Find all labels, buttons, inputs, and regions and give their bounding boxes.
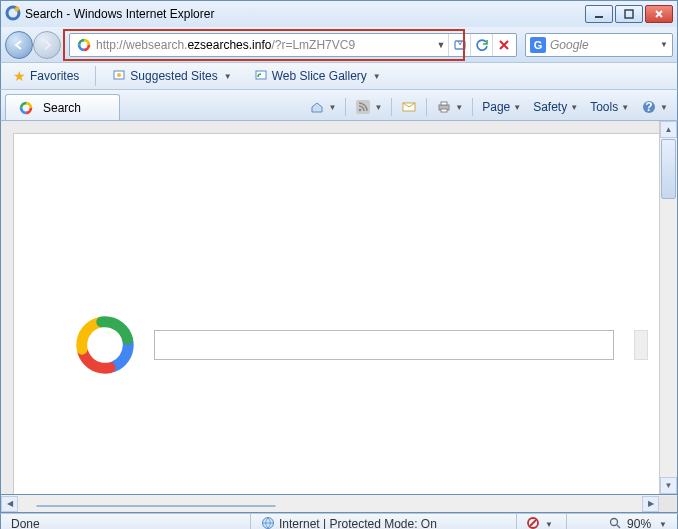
zoom-control[interactable]: 90%▼ [567,514,677,529]
web-slice-gallery-button[interactable]: Web Slice Gallery▼ [248,64,387,89]
mail-icon [401,99,417,115]
tools-menu[interactable]: Tools▼ [585,96,634,118]
rss-icon [355,99,371,115]
search-dropdown-icon[interactable]: ▼ [660,40,668,49]
print-icon [436,99,452,115]
read-mail-button[interactable] [396,96,422,118]
horizontal-scrollbar[interactable]: ◀ ▶ [0,495,678,513]
address-bar[interactable]: http://websearch.ezsearches.info/?r=LmZH… [69,33,517,57]
tab-favicon-ring-icon [18,100,34,116]
content-area: ▲ ▼ [0,120,678,495]
google-provider-icon: G [530,37,546,53]
feeds-button[interactable]: ▼ [350,96,387,118]
svg-rect-21 [441,109,447,112]
suggested-sites-icon [112,68,126,85]
svg-point-17 [359,109,362,112]
page-body [13,133,659,494]
minimize-button[interactable] [585,5,613,23]
address-text[interactable]: http://websearch.ezsearches.info/?r=LmZH… [96,37,434,52]
horizontal-scroll-thumb[interactable] [36,505,276,507]
vertical-scrollbar[interactable]: ▲ ▼ [659,121,677,494]
vertical-scroll-thumb[interactable] [661,139,676,199]
star-icon: ★ [13,68,26,84]
favorites-button[interactable]: ★ Favorites [7,64,85,88]
scroll-corner [659,496,677,512]
main-search-input[interactable] [154,330,614,360]
compatibility-view-button[interactable] [448,34,470,56]
scroll-down-icon[interactable]: ▼ [660,477,677,494]
svg-point-1 [15,6,19,10]
maximize-button[interactable] [615,5,643,23]
search-placeholder: Google [550,38,658,52]
print-button[interactable]: ▼ [431,96,468,118]
svg-point-10 [117,73,121,77]
privacy-icon [527,517,539,530]
svg-point-30 [611,518,618,525]
refresh-button[interactable] [470,34,492,56]
suggested-sites-button[interactable]: Suggested Sites▼ [106,64,237,89]
svg-text:?: ? [645,100,652,114]
globe-icon [261,516,275,530]
ie-icon [5,5,21,24]
tab-title: Search [43,101,81,115]
svg-rect-2 [595,16,603,18]
scroll-left-icon[interactable]: ◀ [1,496,18,512]
safety-menu[interactable]: Safety▼ [528,96,583,118]
svg-rect-3 [625,10,633,18]
tab-search[interactable]: Search [5,94,120,120]
scroll-right-icon[interactable]: ▶ [642,496,659,512]
status-done: Done [1,514,251,529]
status-bar: Done Internet | Protected Mode: On ▼ 90%… [0,513,678,529]
navigation-bar: http://websearch.ezsearches.info/?r=LmZH… [0,27,678,62]
stop-button[interactable] [492,34,514,56]
home-icon [309,99,325,115]
svg-rect-20 [441,102,447,105]
window-title: Search - Windows Internet Explorer [25,7,585,21]
title-bar: Search - Windows Internet Explorer [0,0,678,27]
zoom-icon [609,517,621,530]
address-dropdown-icon[interactable]: ▼ [434,40,448,50]
status-empty: ▼ [517,514,567,529]
search-box[interactable]: G Google ▼ [525,33,673,57]
web-slice-icon [254,68,268,85]
forward-button[interactable] [33,31,61,59]
page-menu[interactable]: Page▼ [477,96,526,118]
search-logo-ring-icon [74,314,136,376]
svg-rect-11 [256,71,266,79]
scroll-up-icon[interactable]: ▲ [660,121,677,138]
command-bar: Search ▼ ▼ ▼ Page▼ Safety▼ Tools▼ ?▼ [0,90,678,120]
favorites-bar: ★ Favorites Suggested Sites▼ Web Slice G… [0,62,678,90]
help-icon: ? [641,99,657,115]
site-favicon-ring-icon [76,37,92,53]
main-search-button[interactable] [634,330,648,360]
close-button[interactable] [645,5,673,23]
back-button[interactable] [5,31,33,59]
help-button[interactable]: ?▼ [636,96,673,118]
home-button[interactable]: ▼ [304,96,341,118]
status-zone[interactable]: Internet | Protected Mode: On [251,514,517,529]
